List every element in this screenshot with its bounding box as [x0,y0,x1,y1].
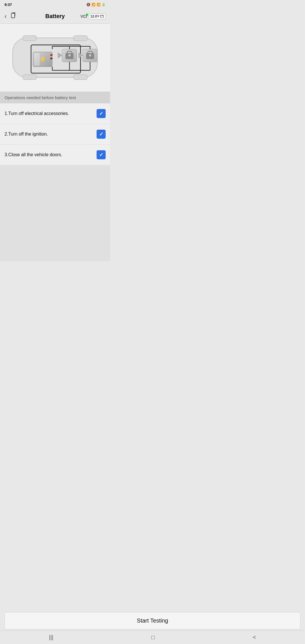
car-diagram-svg: ⚡ [7,29,103,86]
nav-bar: ‹ Battery VCI 12.0 V [0,9,110,24]
svg-rect-9 [73,75,88,80]
checklist-text-2: 2.Turn off the ignition. [5,132,97,137]
checklist-item-2: 2.Turn off the ignition. [0,124,110,145]
voltage-badge: 12.0 V [89,14,106,19]
svg-rect-7 [73,36,88,41]
voltage-value: 12.0 [90,14,97,18]
signal-icon: 📶 [97,3,101,6]
svg-text:⚡: ⚡ [39,55,47,63]
mute-icon: 🔇 [86,3,90,6]
svg-rect-12 [50,54,53,56]
svg-point-23 [89,54,91,56]
status-bar: 9:37 🔇 📶 📶 🔋 [0,0,110,9]
nav-right: VCI 12.0 V [80,14,106,19]
page-title: Battery [45,13,65,19]
checklist-item-3: 3.Close all the vehicle doors. [0,145,110,165]
operations-header-text: Operations needed before battery test [5,95,76,100]
svg-rect-0 [11,13,15,18]
empty-area [0,165,110,261]
battery-icon: 🔋 [102,3,106,6]
vci-badge: VCI [80,14,87,19]
checkbox-3[interactable] [97,150,106,159]
svg-point-19 [68,54,71,56]
svg-rect-8 [23,75,37,80]
checklist: 1.Turn off electrical accessories. 2.Tur… [0,103,110,165]
status-time: 9:37 [5,3,12,7]
checklist-text-1: 1.Turn off electrical accessories. [5,111,97,116]
export-button[interactable] [10,12,17,20]
wifi-icon: 📶 [91,3,95,6]
vci-label: VCI [80,14,87,19]
svg-rect-1 [100,15,104,18]
back-button[interactable]: ‹ [5,13,6,20]
status-icons: 🔇 📶 📶 🔋 [86,3,106,6]
svg-rect-15 [34,53,40,66]
checkbox-1[interactable] [97,109,106,118]
checklist-text-3: 3.Close all the vehicle doors. [5,152,97,157]
checkbox-2[interactable] [97,130,106,139]
voltage-unit: V [97,15,99,18]
vci-connected-dot [86,14,88,16]
calendar-icon [100,15,104,18]
operations-header: Operations needed before battery test [0,92,110,103]
car-diagram: ⚡ [0,24,110,92]
svg-rect-6 [23,36,37,41]
checklist-item-1: 1.Turn off electrical accessories. [0,103,110,124]
svg-rect-13 [50,58,53,59]
nav-left: ‹ [5,12,17,20]
